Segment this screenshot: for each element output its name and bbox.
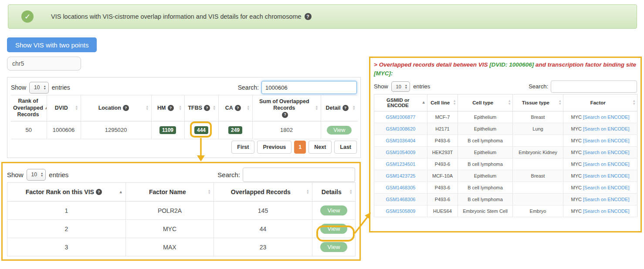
hm-help-icon[interactable]: ? bbox=[168, 105, 174, 111]
col-rank-of-overlapped-records[interactable]: Rank of Overlapped Records▲ bbox=[11, 95, 47, 121]
view-factor-button[interactable]: View bbox=[320, 205, 347, 215]
gsmid-link[interactable]: GSM1468305 bbox=[386, 185, 416, 190]
ca-cell: 249 bbox=[218, 121, 252, 139]
search-on-encode-link[interactable]: [Search on ENCODE] bbox=[583, 161, 629, 167]
vis-table: Rank of Overlapped Records▲ DVID▲▼ Locat… bbox=[11, 95, 358, 139]
location-help-icon[interactable]: ? bbox=[123, 105, 129, 111]
sort-icon: ▲▼ bbox=[559, 100, 562, 105]
show-vis-two-points-button[interactable]: Show VIS with two points bbox=[7, 37, 97, 52]
factor-name: MYC bbox=[571, 161, 582, 167]
view-factor-button[interactable]: View bbox=[320, 224, 347, 234]
factor-search-input[interactable] bbox=[243, 168, 355, 182]
detail-help-icon[interactable]: ? bbox=[342, 105, 349, 111]
title-text: > Overlapped records detail between VIS bbox=[374, 61, 489, 68]
gsmid-link[interactable]: GSM1008620 bbox=[386, 126, 416, 131]
cell-type-cell: Epithelium bbox=[458, 170, 513, 182]
cell-line-cell: H2171 bbox=[427, 123, 458, 134]
pagination-last-button[interactable]: Last bbox=[334, 141, 357, 154]
cell-type-cell: Embryonic Stem Cell bbox=[458, 205, 513, 217]
factor-table: Factor Rank on this VIS?▲ Factor Name▲▼ … bbox=[7, 182, 356, 256]
overlap-search-input[interactable] bbox=[551, 81, 637, 93]
ca-help-icon[interactable]: ? bbox=[235, 105, 241, 111]
pagination-previous-button[interactable]: Previous bbox=[257, 141, 291, 154]
sort-icon: ▲▼ bbox=[353, 105, 356, 111]
factor-rank-help-icon[interactable]: ? bbox=[96, 189, 102, 195]
vis-search-input[interactable] bbox=[261, 81, 357, 94]
cell-line-cell: P493-6 bbox=[427, 134, 458, 146]
gsmid-link[interactable]: GSM1423725 bbox=[386, 173, 416, 178]
pagination-first-button[interactable]: First bbox=[231, 141, 254, 154]
search-on-encode-link[interactable]: [Search on ENCODE] bbox=[583, 185, 629, 190]
pagination-next-button[interactable]: Next bbox=[308, 141, 332, 154]
banner-help-icon[interactable]: ? bbox=[305, 13, 312, 20]
col-detail[interactable]: Detail?▲▼ bbox=[321, 95, 358, 121]
sum-help-icon[interactable]: ? bbox=[282, 112, 288, 118]
page-size-value: 10 bbox=[396, 84, 401, 89]
details-cell: View bbox=[312, 202, 356, 220]
table-row: GSM1468306 P493-6 B cell lymphoma MYC [S… bbox=[374, 193, 637, 205]
factor-name: MYC bbox=[571, 150, 582, 155]
search-on-encode-link[interactable]: [Search on ENCODE] bbox=[583, 173, 629, 178]
table-row: 50 1000606 1295020 1109 444 249 1802 Vie… bbox=[11, 121, 358, 139]
gsmid-cell: GSM1505809 bbox=[374, 205, 427, 217]
cell-type-cell: Epithelium bbox=[458, 123, 513, 134]
gsmid-cell: GSM1054009 bbox=[374, 146, 427, 158]
col-overlapped-records[interactable]: Overlapped Records▲▼ bbox=[214, 183, 312, 202]
sort-icon: ▲▼ bbox=[306, 189, 309, 195]
success-banner: ✓ VIS locations with VIS-cistrome overla… bbox=[8, 4, 637, 29]
col-gsmid[interactable]: GSMID or ENCODE▲ bbox=[374, 94, 427, 111]
gsmid-link[interactable]: GSM1234501 bbox=[386, 161, 416, 167]
col-tissue-type[interactable]: Tissue type▲▼ bbox=[513, 94, 563, 111]
col-factor-rank[interactable]: Factor Rank on this VIS?▲ bbox=[7, 183, 126, 202]
hm-count-badge: 1109 bbox=[159, 126, 176, 134]
show-label: Show bbox=[7, 171, 24, 178]
banner-text: VIS locations with VIS-cistrome overlap … bbox=[51, 13, 302, 20]
col-dvid[interactable]: DVID▲▼ bbox=[47, 95, 81, 121]
show-label: Show bbox=[11, 84, 26, 91]
search-on-encode-link[interactable]: [Search on ENCODE] bbox=[583, 150, 629, 155]
factor-page-size-select[interactable]: 10 ▲▼ bbox=[27, 169, 46, 181]
sort-icon: ▲▼ bbox=[208, 189, 211, 195]
stepper-icon: ▲▼ bbox=[41, 172, 43, 177]
gsmid-link[interactable]: GSM1006877 bbox=[386, 114, 416, 120]
vis-page-size-select[interactable]: 10 ▲▼ bbox=[29, 82, 49, 94]
view-detail-button[interactable]: View bbox=[327, 126, 352, 134]
col-cell-line[interactable]: Cell line▲▼ bbox=[427, 94, 458, 111]
cell-line-cell: MCF-10A bbox=[427, 170, 458, 182]
search-on-encode-link[interactable]: [Search on ENCODE] bbox=[583, 126, 629, 131]
gsmid-link[interactable]: GSM1036404 bbox=[386, 138, 416, 143]
cell-line-cell: P493-6 bbox=[427, 182, 458, 193]
col-hm[interactable]: HM?▲▼ bbox=[151, 95, 184, 121]
tfbs-help-icon[interactable]: ? bbox=[204, 105, 210, 111]
col-factor-name[interactable]: Factor Name▲▼ bbox=[126, 183, 214, 202]
view-factor-button[interactable]: View bbox=[320, 242, 347, 252]
title-factor: [MYC]: bbox=[374, 70, 393, 77]
tissue-type-cell: Lung bbox=[513, 123, 563, 134]
col-tfbs[interactable]: TFBS?▲▼ bbox=[184, 95, 218, 121]
factor-name: MYC bbox=[571, 185, 582, 190]
col-factor[interactable]: Factor▲▼ bbox=[563, 94, 637, 111]
details-cell: View bbox=[312, 238, 356, 256]
pagination-page-1-button[interactable]: 1 bbox=[294, 141, 306, 154]
col-sum-overlapped[interactable]: Sum of Overlapped Records?▲▼ bbox=[252, 95, 321, 121]
search-on-encode-link[interactable]: [Search on ENCODE] bbox=[583, 138, 629, 143]
gsmid-link[interactable]: GSM1054009 bbox=[386, 150, 416, 155]
overlap-page-size-select[interactable]: 10 ▲▼ bbox=[391, 81, 410, 92]
col-cell-type[interactable]: Cell type▲▼ bbox=[458, 94, 513, 111]
tissue-type-cell bbox=[513, 134, 563, 146]
search-on-encode-link[interactable]: [Search on ENCODE] bbox=[583, 114, 629, 120]
col-details[interactable]: Details▲▼ bbox=[312, 183, 356, 202]
sort-icon: ▲▼ bbox=[508, 100, 511, 105]
col-location[interactable]: Location?▲▼ bbox=[81, 95, 151, 121]
sort-icon: ▲▼ bbox=[453, 100, 456, 105]
factor-table-panel: Show 10 ▲▼ entries Search: Factor Rank o… bbox=[1, 162, 361, 261]
sort-asc-icon: ▲ bbox=[44, 106, 47, 110]
chromosome-input[interactable] bbox=[7, 57, 81, 71]
col-ca[interactable]: CA?▲▼ bbox=[218, 95, 252, 121]
page-size-value: 10 bbox=[34, 84, 40, 91]
gsmid-link[interactable]: GSM1505809 bbox=[386, 208, 416, 214]
search-on-encode-link[interactable]: [Search on ENCODE] bbox=[583, 208, 629, 214]
search-on-encode-link[interactable]: [Search on ENCODE] bbox=[583, 197, 629, 202]
gsmid-link[interactable]: GSM1468306 bbox=[386, 197, 416, 202]
tissue-type-cell: Breast bbox=[513, 170, 563, 182]
